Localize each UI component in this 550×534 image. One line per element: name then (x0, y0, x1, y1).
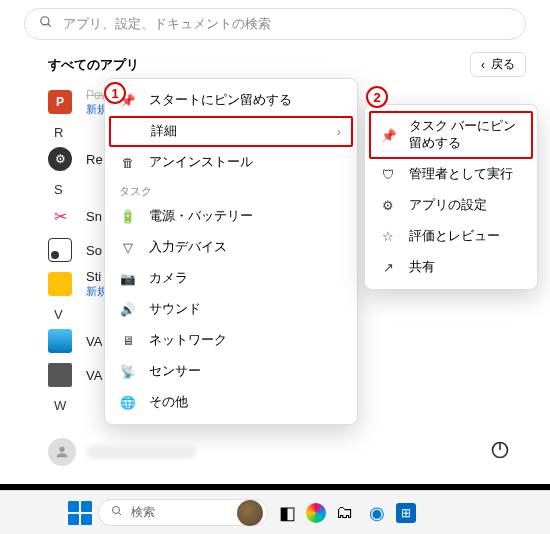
svg-line-6 (119, 513, 122, 516)
ctx-details[interactable]: 詳細 › (109, 116, 353, 147)
ctx-label: その他 (149, 394, 188, 411)
back-button[interactable]: ‹ 戻る (470, 52, 526, 77)
ctx-share[interactable]: ↗ 共有 (365, 252, 537, 283)
camera-icon: 📷 (119, 271, 137, 286)
store-icon[interactable]: ⊞ (396, 503, 416, 523)
battery-icon: 🔋 (119, 209, 137, 224)
ctx-network[interactable]: 🖥 ネットワーク (105, 325, 357, 356)
sound-icon: 🔊 (119, 302, 137, 317)
ctx-label: アンインストール (149, 154, 253, 171)
context-menu-primary: 📌 スタートにピン留めする 詳細 › 🗑 アンインストール タスク 🔋 電源・バ… (104, 78, 358, 425)
powerpoint-icon: P (48, 90, 72, 114)
app-icon (48, 329, 72, 353)
search-placeholder: アプリ、設定、ドキュメントの検索 (63, 15, 271, 33)
search-icon (111, 505, 123, 520)
chevron-left-icon: ‹ (481, 58, 485, 72)
ctx-label: スタートにピン留めする (149, 92, 292, 109)
ctx-pin-start[interactable]: 📌 スタートにピン留めする (105, 85, 357, 116)
ctx-section-task: タスク (105, 178, 357, 201)
ctx-camera[interactable]: 📷 カメラ (105, 263, 357, 294)
shield-icon: 🛡 (379, 168, 397, 182)
scissors-icon: ✂ (48, 204, 72, 228)
ctx-label: ネットワーク (149, 332, 227, 349)
callout-2: 2 (366, 86, 388, 108)
back-label: 戻る (491, 56, 515, 73)
trash-icon: 🗑 (119, 156, 137, 170)
ctx-label: 入力デバイス (149, 239, 227, 256)
taskbar-search[interactable]: 検索 (98, 499, 268, 526)
ctx-battery[interactable]: 🔋 電源・バッテリー (105, 201, 357, 232)
taskbar: 検索 ◧ 🗂 ◉ ⊞ (0, 490, 550, 534)
taskbar-search-label: 検索 (131, 504, 155, 521)
ctx-app-settings[interactable]: ⚙ アプリの設定 (365, 190, 537, 221)
app-icon (48, 238, 72, 262)
app-icon (48, 363, 72, 387)
other-icon: 🌐 (119, 395, 137, 410)
svg-point-0 (41, 17, 49, 25)
start-button[interactable] (68, 501, 92, 525)
ctx-label: 詳細 (151, 123, 177, 140)
ctx-label: センサー (149, 363, 201, 380)
app-icon (48, 272, 72, 296)
search-icon (39, 15, 53, 33)
ctx-label: タスク バーにピン留めする (409, 118, 521, 152)
star-icon: ☆ (379, 229, 397, 244)
ctx-other[interactable]: 🌐 その他 (105, 387, 357, 418)
ctx-uninstall[interactable]: 🗑 アンインストール (105, 147, 357, 178)
power-button[interactable] (490, 440, 510, 464)
ctx-review[interactable]: ☆ 評価とレビュー (365, 221, 537, 252)
app-label: Re (86, 152, 103, 167)
app-icon: ⚙ (48, 147, 72, 171)
user-name-blurred (86, 445, 196, 459)
app-label: VA (86, 368, 102, 383)
ctx-input[interactable]: ▽ 入力デバイス (105, 232, 357, 263)
chevron-right-icon: › (337, 125, 341, 139)
ctx-label: 共有 (409, 259, 435, 276)
ctx-sound[interactable]: 🔊 サウンド (105, 294, 357, 325)
input-icon: ▽ (119, 240, 137, 255)
svg-line-1 (48, 24, 51, 27)
search-mascot-icon (237, 500, 263, 526)
sensor-icon: 📡 (119, 364, 137, 379)
app-label: Sn (86, 209, 102, 224)
all-apps-title: すべてのアプリ (48, 56, 139, 74)
user-avatar[interactable] (48, 438, 76, 466)
ctx-label: 評価とレビュー (409, 228, 500, 245)
search-input[interactable]: アプリ、設定、ドキュメントの検索 (24, 8, 526, 40)
ctx-label: 管理者として実行 (409, 166, 513, 183)
edge-icon[interactable]: ◉ (364, 500, 390, 526)
gear-icon: ⚙ (379, 198, 397, 213)
ctx-label: カメラ (149, 270, 188, 287)
explorer-icon[interactable]: 🗂 (332, 500, 358, 526)
svg-point-5 (113, 507, 120, 514)
ctx-sensor[interactable]: 📡 センサー (105, 356, 357, 387)
callout-1: 1 (104, 82, 126, 104)
ctx-label: 電源・バッテリー (149, 208, 253, 225)
ctx-pin-taskbar[interactable]: 📌 タスク バーにピン留めする (369, 111, 533, 159)
ctx-label: サウンド (149, 301, 201, 318)
app-label: VA (86, 334, 102, 349)
taskview-icon[interactable]: ◧ (274, 500, 300, 526)
network-icon: 🖥 (119, 334, 137, 348)
ctx-label: アプリの設定 (409, 197, 487, 214)
svg-point-2 (59, 447, 64, 452)
share-icon: ↗ (379, 260, 397, 275)
app-label: So (86, 243, 102, 258)
context-menu-secondary: 📌 タスク バーにピン留めする 🛡 管理者として実行 ⚙ アプリの設定 ☆ 評価… (364, 104, 538, 290)
pin-icon: 📌 (381, 128, 397, 143)
ctx-run-admin[interactable]: 🛡 管理者として実行 (365, 159, 537, 190)
copilot-icon[interactable] (306, 503, 326, 523)
